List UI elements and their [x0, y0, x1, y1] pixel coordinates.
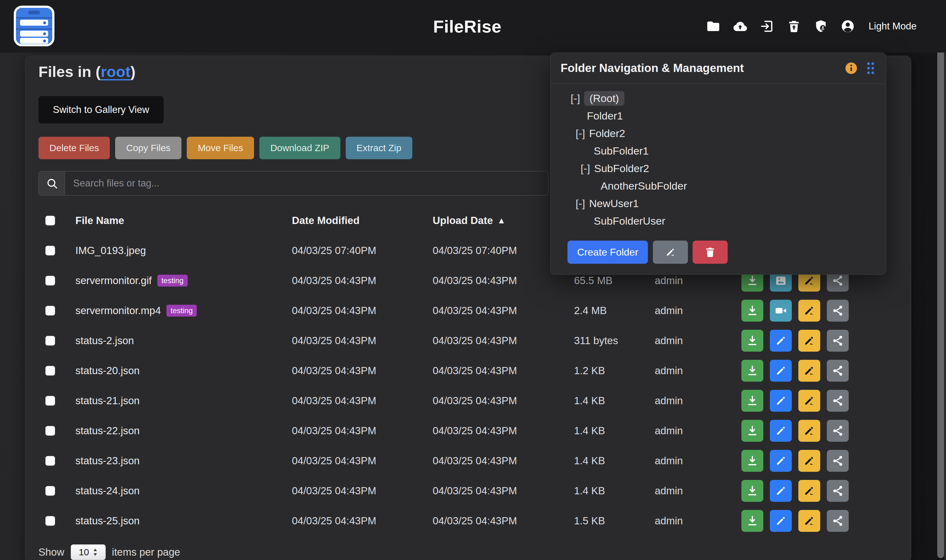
extract-zip-button[interactable]: Extract Zip: [346, 137, 412, 159]
edit-file-button[interactable]: [770, 450, 792, 472]
collapse-toggle[interactable]: [-]: [571, 92, 580, 105]
edit-file-button[interactable]: [770, 510, 792, 532]
download-button[interactable]: [741, 510, 763, 532]
page-size-select[interactable]: 10: [71, 545, 106, 560]
download-button[interactable]: [741, 360, 763, 382]
light-mode-toggle[interactable]: Light Mode: [869, 21, 917, 32]
edit-icon: [774, 514, 788, 528]
folder-tree-item[interactable]: Folder1: [551, 107, 886, 125]
folder-icon[interactable]: [706, 19, 720, 34]
share-file-button[interactable]: [827, 390, 849, 412]
download-button[interactable]: [741, 330, 763, 352]
drag-handle-icon[interactable]: [865, 61, 876, 75]
download-button[interactable]: [741, 450, 763, 472]
file-checkbox[interactable]: [45, 456, 55, 466]
file-name-cell: status-23.json: [75, 455, 140, 467]
edit-file-button[interactable]: [770, 480, 792, 502]
folder-tree-item[interactable]: [-]NewUser1: [551, 195, 886, 212]
folder-label[interactable]: Folder1: [587, 110, 623, 122]
rename-file-button[interactable]: [798, 510, 820, 532]
file-checkbox[interactable]: [45, 396, 55, 406]
file-checkbox[interactable]: [45, 246, 55, 255]
scrollbar-thumb[interactable]: [937, 1, 944, 558]
file-name: servermonitor.gif: [75, 275, 152, 286]
move-files-button[interactable]: Move Files: [187, 137, 254, 159]
delete-folder-button[interactable]: [692, 241, 728, 264]
file-checkbox[interactable]: [45, 336, 55, 346]
table-row: status-24.json04/03/25 04:43PM04/03/25 0…: [25, 476, 911, 506]
upload-date-cell: 04/03/25 04:43PM: [433, 305, 517, 317]
copy-files-button[interactable]: Copy Files: [115, 137, 182, 159]
logout-icon[interactable]: [760, 19, 774, 34]
cloud-upload-icon[interactable]: [733, 19, 748, 34]
folder-tree-item[interactable]: AnotherSubFolder: [551, 177, 886, 195]
folder-tree-item[interactable]: [-](Root): [551, 89, 886, 107]
file-checkbox[interactable]: [45, 516, 55, 526]
folder-label[interactable]: SubFolder1: [594, 145, 649, 157]
rename-folder-button[interactable]: [653, 241, 688, 264]
file-checkbox[interactable]: [45, 306, 55, 316]
root-folder-link[interactable]: root: [101, 63, 131, 80]
account-icon[interactable]: [841, 19, 855, 34]
upload-date-cell: 04/03/25 04:43PM: [433, 365, 517, 377]
share-icon: [831, 364, 844, 377]
file-name-cell: status-2.json: [75, 335, 134, 347]
preview-video-button[interactable]: [770, 300, 792, 322]
edit-file-button[interactable]: [770, 360, 792, 382]
collapse-toggle[interactable]: [-]: [575, 197, 585, 209]
rename-file-button[interactable]: [798, 480, 820, 502]
column-upload-date[interactable]: Upload Date▲: [433, 215, 506, 226]
select-all-checkbox[interactable]: [45, 216, 55, 226]
admin-shield-icon[interactable]: [814, 19, 828, 34]
share-file-button[interactable]: [827, 510, 849, 532]
download-zip-button[interactable]: Download ZIP: [259, 137, 340, 159]
rename-file-button[interactable]: [798, 360, 820, 382]
table-row: status-20.json04/03/25 04:43PM04/03/25 0…: [25, 356, 911, 386]
folder-label[interactable]: AnotherSubFolder: [601, 180, 687, 192]
folder-label[interactable]: NewUser1: [589, 197, 639, 209]
collapse-toggle[interactable]: [-]: [575, 127, 585, 140]
collapse-toggle[interactable]: [-]: [581, 162, 590, 175]
folder-tree-item[interactable]: SubFolder1: [551, 142, 886, 160]
share-file-button[interactable]: [827, 360, 849, 382]
download-button[interactable]: [741, 390, 763, 412]
rename-file-button[interactable]: [798, 300, 820, 322]
file-checkbox[interactable]: [45, 486, 55, 496]
restore-trash-icon[interactable]: [787, 19, 801, 34]
app-logo[interactable]: [14, 6, 54, 46]
rename-file-button[interactable]: [798, 450, 820, 472]
info-icon[interactable]: [844, 62, 858, 75]
share-file-button[interactable]: [827, 330, 849, 352]
folder-label[interactable]: SubFolder2: [594, 162, 649, 175]
switch-gallery-view-button[interactable]: Switch to Gallery View: [38, 96, 164, 123]
edit-file-button[interactable]: [770, 390, 792, 412]
download-button[interactable]: [741, 480, 763, 502]
folder-label[interactable]: SubFolderUser: [594, 215, 665, 227]
rename-file-button[interactable]: [798, 330, 820, 352]
file-checkbox[interactable]: [45, 426, 55, 436]
column-date-modified[interactable]: Date Modified: [292, 215, 360, 226]
rename-file-button[interactable]: [798, 420, 820, 442]
share-file-button[interactable]: [827, 450, 849, 472]
folder-tree-item[interactable]: [-]SubFolder2: [551, 160, 886, 177]
column-file-name[interactable]: File Name: [75, 215, 124, 226]
share-file-button[interactable]: [827, 480, 849, 502]
edit-file-button[interactable]: [770, 420, 792, 442]
edit-icon: [774, 484, 788, 497]
edit-file-button[interactable]: [770, 330, 792, 352]
delete-files-button[interactable]: Delete Files: [38, 137, 110, 159]
folder-tree-item[interactable]: SubFolderUser: [551, 212, 886, 230]
share-file-button[interactable]: [827, 300, 849, 322]
image-icon: [774, 274, 788, 287]
folder-label-selected[interactable]: (Root): [584, 91, 624, 106]
download-button[interactable]: [741, 300, 763, 322]
file-checkbox[interactable]: [45, 366, 55, 376]
rename-file-button[interactable]: [798, 390, 820, 412]
download-button[interactable]: [741, 420, 763, 442]
create-folder-button[interactable]: Create Folder: [568, 241, 648, 264]
folder-tree-item[interactable]: [-]Folder2: [551, 125, 886, 142]
folder-label[interactable]: Folder2: [589, 127, 625, 140]
share-file-button[interactable]: [827, 420, 849, 442]
search-input[interactable]: [65, 171, 548, 195]
file-checkbox[interactable]: [45, 276, 55, 286]
